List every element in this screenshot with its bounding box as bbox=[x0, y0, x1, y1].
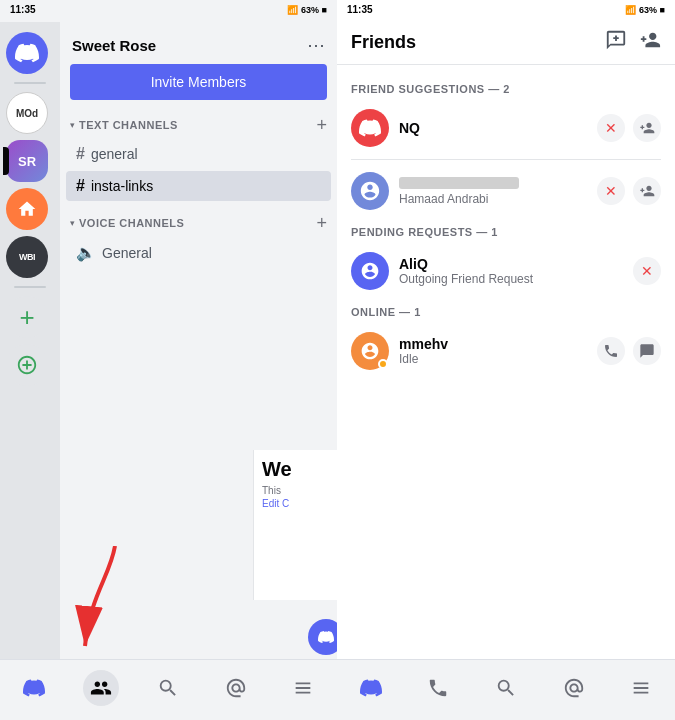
pending-requests-label: PENDING REQUESTS — 1 bbox=[337, 218, 675, 244]
aliq-info: AliQ Outgoing Friend Request bbox=[399, 256, 623, 286]
mmehv-avatar-wrapper bbox=[351, 332, 389, 370]
channel-name-insta-links: insta-links bbox=[91, 178, 153, 194]
nq-avatar-wrapper bbox=[351, 109, 389, 147]
edit-channel-link[interactable]: Edit C bbox=[262, 498, 329, 509]
bottom-nav-right bbox=[337, 659, 675, 720]
friend-item-hamaad: Hamaad Andrabi ✕ bbox=[337, 164, 675, 218]
signal-icon-right: 📶 bbox=[625, 5, 636, 15]
welcome-sub1: This bbox=[262, 485, 329, 496]
explore-servers-icon[interactable] bbox=[6, 344, 54, 386]
bottom-nav-left bbox=[0, 659, 337, 720]
hash-icon: # bbox=[76, 145, 85, 163]
online-label: ONLINE — 1 bbox=[337, 298, 675, 324]
nav-discord-right[interactable] bbox=[353, 670, 389, 706]
channel-item-voice-general[interactable]: 🔈 General bbox=[66, 237, 331, 268]
sr-server-icon[interactable]: SR bbox=[6, 140, 54, 182]
aliq-cancel-button[interactable]: ✕ bbox=[633, 257, 661, 285]
new-dm-icon[interactable] bbox=[605, 29, 627, 56]
sr-label: SR bbox=[18, 154, 36, 169]
welcome-heading: We bbox=[262, 458, 329, 481]
text-channels-chevron: ▾ bbox=[70, 120, 75, 130]
nav-servers-right[interactable] bbox=[623, 670, 659, 706]
dm-server-icon[interactable] bbox=[6, 32, 54, 74]
nav-mention-left[interactable] bbox=[218, 670, 254, 706]
active-indicator bbox=[3, 147, 9, 175]
hash-icon-2: # bbox=[76, 177, 85, 195]
friends-title: Friends bbox=[351, 32, 416, 53]
add-text-channel-button[interactable]: + bbox=[316, 116, 327, 134]
mod-server-icon[interactable]: MOd bbox=[6, 92, 54, 134]
mmehv-info: mmehv Idle bbox=[399, 336, 587, 366]
volume-icon: 🔈 bbox=[76, 243, 96, 262]
friend-item-mmehv: mmehv Idle bbox=[337, 324, 675, 378]
server-divider-2 bbox=[14, 286, 46, 288]
aliq-status: Outgoing Friend Request bbox=[399, 272, 623, 286]
add-voice-channel-button[interactable]: + bbox=[316, 214, 327, 232]
divider-1 bbox=[351, 159, 661, 160]
add-server-icon[interactable]: + bbox=[6, 296, 54, 338]
invite-members-button[interactable]: Invite Members bbox=[70, 64, 327, 100]
channel-list-header: Sweet Rose ⋯ bbox=[60, 22, 337, 64]
friends-header: Friends bbox=[337, 19, 675, 65]
mmehv-name: mmehv bbox=[399, 336, 587, 352]
channel-name-general: general bbox=[91, 146, 138, 162]
hamaad-display-name: Hamaad Andrabi bbox=[399, 192, 587, 206]
nq-actions: ✕ bbox=[597, 114, 661, 142]
mmehv-message-button[interactable] bbox=[633, 337, 661, 365]
server-options-icon[interactable]: ⋯ bbox=[307, 34, 325, 56]
friend-item-aliq: AliQ Outgoing Friend Request ✕ bbox=[337, 244, 675, 298]
text-channels-label: TEXT CHANNELS bbox=[79, 119, 178, 131]
nav-friends-left[interactable] bbox=[83, 670, 119, 706]
nq-name: NQ bbox=[399, 120, 587, 136]
channel-name-voice-general: General bbox=[102, 245, 152, 261]
server-name: Sweet Rose bbox=[72, 37, 156, 54]
hamaad-name-blurred bbox=[399, 177, 519, 189]
aliq-name: AliQ bbox=[399, 256, 623, 272]
aliq-avatar bbox=[351, 252, 389, 290]
add-friend-icon[interactable] bbox=[639, 29, 661, 56]
friends-content: FRIEND SUGGESTIONS — 2 NQ ✕ bbox=[337, 65, 675, 720]
battery-text: 63% ■ bbox=[301, 5, 327, 15]
friend-suggestions-label: FRIEND SUGGESTIONS — 2 bbox=[337, 75, 675, 101]
nav-search-right[interactable] bbox=[488, 670, 524, 706]
battery-right: 63% ■ bbox=[639, 5, 665, 15]
mmehv-actions bbox=[597, 337, 661, 365]
nav-mention-right[interactable] bbox=[556, 670, 592, 706]
aliq-actions: ✕ bbox=[633, 257, 661, 285]
hamaad-info: Hamaad Andrabi bbox=[399, 177, 587, 206]
voice-channels-section-header[interactable]: ▾ VOICE CHANNELS + bbox=[60, 208, 337, 236]
text-channels-section-header[interactable]: ▾ TEXT CHANNELS + bbox=[60, 110, 337, 138]
hamaad-avatar-wrapper bbox=[351, 172, 389, 210]
time-right: 11:35 bbox=[347, 4, 373, 15]
hamaad-add-button[interactable] bbox=[633, 177, 661, 205]
aliq-avatar-wrapper bbox=[351, 252, 389, 290]
signal-icon: 📶 bbox=[287, 5, 298, 15]
nav-search-left[interactable] bbox=[150, 670, 186, 706]
friend-item-nq: NQ ✕ bbox=[337, 101, 675, 155]
nq-dismiss-button[interactable]: ✕ bbox=[597, 114, 625, 142]
hamaad-actions: ✕ bbox=[597, 177, 661, 205]
nq-avatar bbox=[351, 109, 389, 147]
mod-label: MOd bbox=[16, 108, 38, 119]
nq-info: NQ bbox=[399, 120, 587, 136]
nav-servers-left[interactable] bbox=[285, 670, 321, 706]
wbi-server-icon[interactable]: WBI bbox=[6, 236, 54, 278]
time-left: 11:35 bbox=[10, 4, 36, 15]
mmehv-call-button[interactable] bbox=[597, 337, 625, 365]
channel-item-general[interactable]: # general bbox=[66, 139, 331, 169]
hamaad-dismiss-button[interactable]: ✕ bbox=[597, 177, 625, 205]
nav-call-right[interactable] bbox=[420, 670, 456, 706]
nq-add-button[interactable] bbox=[633, 114, 661, 142]
voice-channels-chevron: ▾ bbox=[70, 218, 75, 228]
channel-item-insta-links[interactable]: # insta-links bbox=[66, 171, 331, 201]
server-divider bbox=[14, 82, 46, 84]
hamaad-avatar bbox=[351, 172, 389, 210]
orange-server-icon[interactable] bbox=[6, 188, 54, 230]
voice-channels-label: VOICE CHANNELS bbox=[79, 217, 184, 229]
mmehv-status: Idle bbox=[399, 352, 587, 366]
nav-discord-left[interactable] bbox=[16, 670, 52, 706]
idle-status-dot bbox=[378, 359, 388, 369]
wbi-label: WBI bbox=[19, 252, 35, 262]
